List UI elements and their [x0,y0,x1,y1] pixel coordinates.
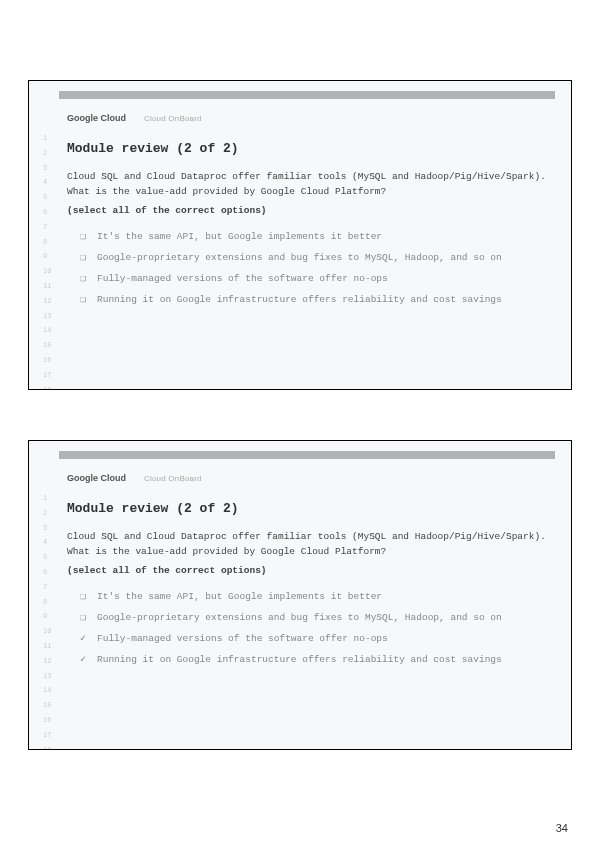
checkbox-icon: ❏ [77,230,89,244]
slide-1: Google Cloud Cloud OnBoard 1234567891011… [28,80,572,390]
option-2: ❏ Google-proprietary extensions and bug … [77,611,551,625]
checkbox-icon: ❏ [77,611,89,625]
brand-google-cloud: Google Cloud [67,107,126,125]
brand-onboard: Cloud OnBoard [144,114,202,123]
slide-2: Google Cloud Cloud OnBoard 1234567891011… [28,440,572,750]
line-numbers: 123456789101112131415161718 [43,491,51,750]
options-list: ❏ It's the same API, but Google implemen… [77,230,551,307]
checkmark-icon: ✓ [77,653,89,667]
question-text: Cloud SQL and Cloud Dataproc offer famil… [67,530,551,559]
page-number: 34 [556,822,568,834]
question-text: Cloud SQL and Cloud Dataproc offer famil… [67,170,551,199]
option-1: ❏ It's the same API, but Google implemen… [77,590,551,604]
slide-title: Module review (2 of 2) [67,501,571,516]
brand-onboard: Cloud OnBoard [144,474,202,483]
line-numbers: 123456789101112131415161718 [43,131,51,390]
option-2: ❏ Google-proprietary extensions and bug … [77,251,551,265]
instruction-text: (select all of the correct options) [67,565,551,576]
options-list: ❏ It's the same API, but Google implemen… [77,590,551,667]
option-4: ✓ Running it on Google infrastructure of… [77,653,551,667]
decorative-bar [59,91,555,99]
instruction-text: (select all of the correct options) [67,205,551,216]
decorative-bar [59,451,555,459]
option-4: ❏ Running it on Google infrastructure of… [77,293,551,307]
checkbox-icon: ❏ [77,251,89,265]
brand-row: Google Cloud Cloud OnBoard [67,107,571,125]
slide-title: Module review (2 of 2) [67,141,571,156]
option-3: ❏ Fully-managed versions of the software… [77,272,551,286]
checkbox-icon: ❏ [77,590,89,604]
checkbox-icon: ❏ [77,272,89,286]
brand-google-cloud: Google Cloud [67,467,126,485]
checkmark-icon: ✓ [77,632,89,646]
option-3: ✓ Fully-managed versions of the software… [77,632,551,646]
option-1: ❏ It's the same API, but Google implemen… [77,230,551,244]
brand-row: Google Cloud Cloud OnBoard [67,467,571,485]
checkbox-icon: ❏ [77,293,89,307]
